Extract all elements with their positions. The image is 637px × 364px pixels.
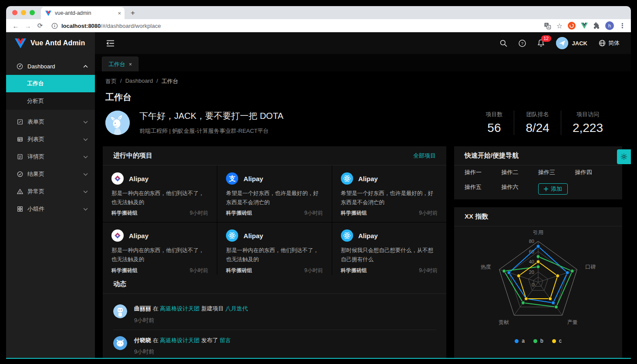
breadcrumb: 首页 / Dashboard / 工作台 (105, 78, 620, 85)
project-card[interactable]: 支 Alipay 希望是一个好东西，也许是最好的，好东西是不会消亡的 科学搬砖组… (217, 165, 331, 222)
sidebar-item-results[interactable]: 结果页 (6, 165, 95, 183)
browser-tab[interactable]: vue-antd-admin × (41, 7, 125, 19)
notification-bell-icon[interactable]: 12 (537, 39, 545, 47)
content-area: 工作台 × 首页 / Dashboard / 工作台 工作台 (95, 54, 631, 359)
forward-icon[interactable]: → (23, 22, 33, 30)
project-group[interactable]: 科学搬砖组 (341, 267, 367, 274)
legend-dot (515, 339, 519, 343)
legend-item-a[interactable]: a (515, 338, 525, 344)
add-action-button[interactable]: 添加 (538, 183, 568, 195)
language-switcher[interactable]: 简体 (599, 39, 620, 47)
refresh-icon[interactable]: ⟳ (35, 22, 45, 30)
project-desc: 那是一种内在的东西，他们到达不了，也无法触及的 (111, 189, 208, 207)
search-icon[interactable] (500, 40, 507, 47)
sidebar-item-forms[interactable]: 表单页 (6, 113, 95, 131)
feed-user[interactable]: 曲丽丽 (134, 305, 151, 312)
sidebar-item-exceptions[interactable]: 异常页 (6, 183, 95, 200)
project-card[interactable]: Alipay 希望是一个好东西，也许是最好的，好东西是不会消亡的 科学搬砖组 9… (332, 165, 446, 222)
chevron-up-icon (83, 65, 88, 68)
main-grid: 进行中的项目 全部项目 Alipay (95, 146, 631, 359)
project-desc: 那是一种内在的东西，他们到达不了，也无法触及的 (111, 246, 208, 264)
sidebar-submenu-dashboard: 工作台 分析页 (6, 75, 95, 110)
sidebar-item-details[interactable]: 详情页 (6, 148, 95, 165)
maximize-window-button[interactable] (30, 10, 35, 15)
quick-action-6[interactable]: 操作六 (502, 183, 539, 195)
user-menu[interactable]: JACK (556, 37, 587, 49)
quicknav-title: 快速开始/便捷导航 (465, 152, 519, 160)
feed-target-link[interactable]: 留言 (220, 337, 231, 344)
sidebar-item-analysis[interactable]: 分析页 (6, 92, 95, 110)
quick-action-1[interactable]: 操作一 (465, 169, 502, 176)
app-logo-area[interactable]: Vue Antd Admin (6, 32, 95, 54)
quick-action-3[interactable]: 操作三 (538, 169, 575, 176)
project-time: 9小时前 (304, 209, 323, 217)
extensions-puzzle-icon[interactable] (593, 22, 600, 29)
minimize-window-button[interactable] (21, 10, 26, 15)
feed-avatar (113, 304, 127, 318)
quick-action-5[interactable]: 操作五 (465, 183, 502, 195)
project-time: 9小时前 (419, 209, 438, 217)
feed-group-link[interactable]: 高逼格设计天团 (160, 305, 199, 312)
stat-value: 2,223 (573, 121, 603, 135)
project-group[interactable]: 科学搬砖组 (226, 267, 252, 274)
tab-close-icon[interactable]: × (118, 10, 121, 17)
project-name[interactable]: Alipay (129, 232, 148, 239)
project-card[interactable]: Alipay 那时候我只会想自己想要什么，从不想自己拥有什么 科学搬砖组 9小时… (332, 222, 446, 279)
sidebar-item-widgets[interactable]: 小组件 (6, 200, 95, 218)
address-bar[interactable]: localhost:8080/#/dashboard/workplace (47, 23, 542, 29)
browser-profile-avatar[interactable]: h (605, 21, 614, 30)
bookmark-star-icon[interactable]: ☆ (556, 22, 563, 30)
all-projects-link[interactable]: 全部项目 (413, 152, 436, 160)
close-window-button[interactable] (12, 10, 17, 15)
page-tab-bar: 工作台 × (95, 54, 631, 71)
project-group[interactable]: 科学搬砖组 (341, 209, 367, 217)
svg-text:80: 80 (529, 239, 534, 244)
legend-item-c[interactable]: c (552, 338, 562, 344)
project-name[interactable]: Alipay (358, 175, 378, 182)
stat-value: 56 (485, 121, 502, 135)
menu-fold-button[interactable] (95, 32, 115, 54)
sidebar-item-dashboard[interactable]: Dashboard (6, 57, 95, 75)
legend-label: b (540, 338, 543, 344)
project-time: 9小时前 (190, 267, 209, 274)
chevron-down-icon (83, 155, 88, 158)
breadcrumb-home[interactable]: 首页 (105, 78, 117, 85)
help-icon[interactable]: ? (519, 40, 526, 47)
extension-orange-icon[interactable] (568, 22, 576, 30)
project-card[interactable]: Alipay 那是一种内在的东西，他们到达不了，也无法触及的 科学搬砖组 9小时… (217, 222, 331, 279)
project-time: 9小时前 (190, 209, 209, 217)
project-group[interactable]: 科学搬砖组 (111, 267, 138, 274)
project-desc: 那时候我只会想自己想要什么，从不想自己拥有什么 (341, 246, 438, 264)
translate-icon[interactable]: 文A (544, 22, 551, 30)
project-name[interactable]: Alipay (358, 232, 378, 239)
project-name[interactable]: Alipay (243, 175, 263, 182)
browser-menu-icon[interactable]: ⋮ (619, 22, 626, 30)
chevron-down-icon (83, 190, 88, 193)
header-stats: 项目数 56 团队排名 8/24 项目访问 2,223 (474, 111, 620, 135)
header-actions: ? 12 JACK 简体 (500, 32, 631, 54)
project-name[interactable]: Alipay (129, 175, 148, 182)
quick-action-4[interactable]: 操作四 (575, 169, 612, 176)
stat-label: 团队排名 (526, 111, 549, 118)
project-card[interactable]: Alipay 那是一种内在的东西，他们到达不了，也无法触及的 科学搬砖组 9小时… (103, 222, 217, 279)
sidebar-item-lists[interactable]: 列表页 (6, 131, 95, 148)
project-name[interactable]: Alipay (243, 232, 263, 239)
project-group[interactable]: 科学搬砖组 (226, 209, 252, 217)
feed-target-link[interactable]: 八月迭代 (226, 305, 248, 312)
project-group[interactable]: 科学搬砖组 (111, 209, 138, 217)
back-icon[interactable]: ← (10, 22, 21, 30)
breadcrumb-dashboard[interactable]: Dashboard (125, 78, 153, 85)
feed-user[interactable]: 付晓晓 (134, 337, 151, 344)
feed-group-link[interactable]: 高逼格设计天团 (160, 337, 199, 344)
new-tab-button[interactable]: + (125, 9, 135, 19)
tab-workplace[interactable]: 工作台 × (102, 57, 138, 71)
page-info-icon[interactable] (51, 23, 58, 29)
project-card[interactable]: Alipay 那是一种内在的东西，他们到达不了，也无法触及的 科学搬砖组 9小时… (103, 165, 217, 222)
sidebar-item-label: 工作台 (27, 80, 88, 88)
legend-item-b[interactable]: b (533, 338, 543, 344)
sidebar-item-workplace[interactable]: 工作台 (6, 75, 95, 92)
tab-close-icon[interactable]: × (129, 61, 132, 67)
vue-devtools-icon[interactable] (581, 23, 588, 29)
settings-gear-button[interactable] (617, 149, 631, 164)
quick-action-2[interactable]: 操作二 (502, 169, 539, 176)
